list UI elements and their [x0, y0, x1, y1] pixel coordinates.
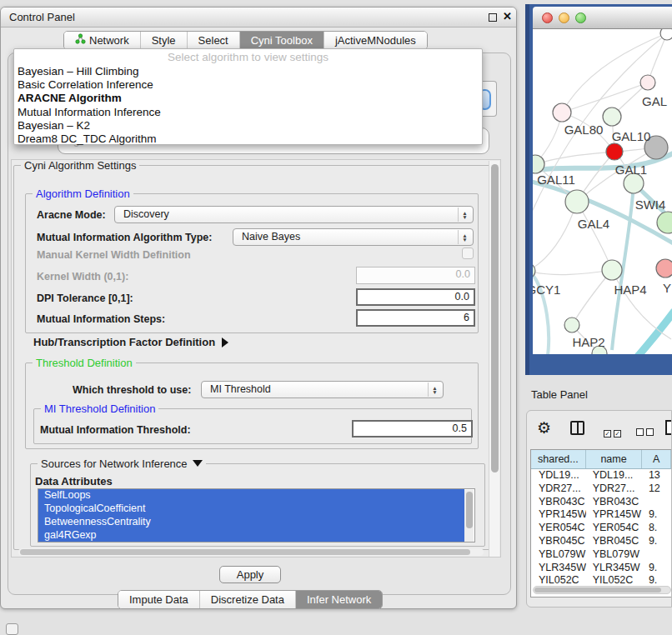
- mi-steps-field[interactable]: 6: [356, 309, 475, 327]
- dpi-tolerance-field[interactable]: 0.0: [356, 288, 475, 306]
- data-attributes-list[interactable]: SelfLoopsTopologicalCoefficientBetweenne…: [38, 488, 475, 542]
- document-icon[interactable]: [665, 420, 672, 435]
- sources-group-title[interactable]: Sources for Network Inference: [38, 458, 206, 470]
- network-node[interactable]: [565, 190, 589, 213]
- gear-icon[interactable]: ⚙: [537, 418, 551, 438]
- float-window-icon[interactable]: [489, 13, 497, 22]
- panel-title: Control Panel: [9, 11, 75, 23]
- table-row[interactable]: YDR27...YDR27...12: [531, 482, 671, 496]
- network-node[interactable]: [656, 259, 672, 278]
- deselect-all-checkboxes-icon[interactable]: [636, 424, 656, 439]
- manual-kernel-checkbox[interactable]: [462, 248, 474, 259]
- table-row[interactable]: YLR345WYLR345W9.: [531, 562, 671, 575]
- data-attribute-item[interactable]: BetweennessCentrality: [38, 516, 464, 529]
- network-edge: [562, 82, 648, 112]
- table-cell: YER054C: [531, 522, 586, 535]
- table-cell: YBR043C: [531, 496, 586, 509]
- table-column-header[interactable]: A: [642, 450, 671, 468]
- table-row[interactable]: YBR043CYBR043C: [531, 496, 671, 509]
- table-cell: YDR27...: [586, 482, 642, 496]
- data-attribute-item[interactable]: SelfLoops: [38, 489, 464, 502]
- which-threshold-combo[interactable]: MI Threshold ▲▼: [201, 381, 444, 398]
- table-cell: YDR27...: [531, 482, 586, 496]
- table-cell: 8.: [642, 522, 671, 535]
- table-cell: 12: [642, 482, 671, 496]
- bottom-tab-label: Impute Data: [129, 591, 188, 608]
- select-all-checkboxes-icon[interactable]: ✓✓: [604, 424, 624, 439]
- table-cell: YLR345W: [586, 562, 642, 575]
- table-cell: YBR045C: [531, 535, 586, 548]
- table-column-header[interactable]: name: [586, 450, 643, 468]
- mi-threshold-field[interactable]: 0.5: [352, 420, 473, 438]
- data-attribute-item[interactable]: TopologicalCoefficient: [38, 502, 464, 516]
- table-cell: [642, 496, 671, 509]
- network-node-label: GAL4: [578, 217, 609, 231]
- list-scrollbar[interactable]: [464, 490, 474, 542]
- network-canvas[interactable]: GALGAL80GAL10GAL1GAL11SWI4GAL4GCY1HAP4YH…: [533, 29, 672, 354]
- table-row[interactable]: YER054CYER054C8.: [531, 522, 671, 535]
- network-node[interactable]: [603, 108, 621, 126]
- close-button[interactable]: [542, 12, 553, 23]
- network-window-titlebar: [533, 7, 672, 29]
- table-horizontal-scrollbar[interactable]: [533, 586, 671, 594]
- control-panel-window: Control Panel ✕ NetworkStyleSelectCyni T…: [0, 7, 517, 609]
- settings-horizontal-scrollbar[interactable]: [18, 548, 484, 556]
- network-node[interactable]: [606, 143, 623, 160]
- algorithm-option[interactable]: Bayesian – Hill Climbing: [14, 65, 482, 78]
- bottom-tab-impute-data[interactable]: Impute Data: [118, 591, 200, 608]
- data-attribute-item[interactable]: gal4RGexp: [38, 529, 464, 542]
- algorithm-option[interactable]: Bayesian – K2: [14, 119, 482, 132]
- tab-label: jActiveMNodules: [335, 32, 416, 49]
- aracne-mode-label: Aracne Mode:: [37, 209, 106, 221]
- mi-algorithm-type-label: Mutual Information Algorithm Type:: [37, 232, 212, 243]
- manual-kernel-label: Manual Kernel Width Definition: [37, 249, 191, 261]
- settings-vertical-scrollbar[interactable]: [489, 161, 499, 558]
- collapsed-panel-icon[interactable]: [6, 623, 18, 635]
- cyni-settings-scroll-area: Cyni Algorithm Settings Algorithm Defini…: [11, 159, 501, 558]
- algorithm-option[interactable]: Mutual Information Inference: [14, 106, 482, 119]
- hub-definition-label: Hub/Transcription Factor Definition: [33, 336, 215, 348]
- table-row[interactable]: YPR145WYPR145W9.: [531, 508, 671, 522]
- bottom-tab-label: Discretize Data: [211, 591, 284, 608]
- minimize-button[interactable]: [559, 12, 569, 23]
- kernel-width-field[interactable]: 0.0: [356, 267, 475, 284]
- table-toolbar: ⚙ ✓✓: [527, 418, 671, 442]
- table-column-header[interactable]: shared...: [531, 450, 586, 468]
- bottom-tab-discretize-data[interactable]: Discretize Data: [200, 591, 296, 608]
- table-cell: YBR045C: [586, 535, 642, 548]
- network-node[interactable]: [553, 103, 571, 122]
- network-node-label: GAL80: [564, 122, 604, 137]
- tab-jactivemnodules[interactable]: jActiveMNodules: [324, 32, 427, 49]
- mi-algorithm-type-combo[interactable]: Naive Bayes ▲▼: [233, 228, 474, 246]
- table-row[interactable]: YBL079WYBL079W: [531, 548, 671, 562]
- network-node[interactable]: [564, 318, 579, 332]
- hub-definition-expander[interactable]: Hub/Transcription Factor Definition: [33, 336, 228, 348]
- combo-stepper-icon: ▲▼: [458, 230, 471, 244]
- table-cell: YPR145W: [531, 508, 586, 522]
- table-row[interactable]: YDL19...YDL19...13: [531, 469, 671, 482]
- network-node[interactable]: [657, 212, 672, 233]
- zoom-button[interactable]: [575, 12, 586, 23]
- tab-network[interactable]: Network: [64, 32, 141, 49]
- algorithm-option[interactable]: ARACNE Algorithm: [14, 92, 482, 105]
- aracne-mode-combo[interactable]: Discovery ▲▼: [114, 206, 474, 223]
- tab-style[interactable]: Style: [141, 32, 188, 49]
- combo-stepper-icon: ▲▼: [458, 208, 471, 222]
- control-panel-titlebar: Control Panel ✕: [1, 8, 516, 28]
- network-node[interactable]: [640, 75, 655, 90]
- mi-threshold-label: Mutual Information Threshold:: [40, 424, 191, 436]
- algorithm-option[interactable]: Basic Correlation Inference: [14, 78, 482, 92]
- table-row[interactable]: YBR045CYBR045C9.: [531, 535, 671, 548]
- tab-label: Style: [152, 32, 176, 49]
- close-icon[interactable]: ✕: [503, 10, 512, 22]
- network-edge: [535, 152, 614, 164]
- network-node[interactable]: [660, 29, 672, 40]
- network-node[interactable]: [602, 260, 622, 280]
- algorithm-option[interactable]: Dream8 DC_TDC Algorithm: [14, 132, 482, 146]
- column-view-icon[interactable]: [570, 421, 584, 435]
- kernel-width-label: Kernel Width (0,1):: [37, 271, 128, 282]
- tab-select[interactable]: Select: [188, 32, 240, 49]
- bottom-tab-infer-network[interactable]: Infer Network: [296, 591, 382, 608]
- apply-button[interactable]: Apply: [219, 566, 281, 583]
- tab-cyni-toolbox[interactable]: Cyni Toolbox: [240, 32, 324, 49]
